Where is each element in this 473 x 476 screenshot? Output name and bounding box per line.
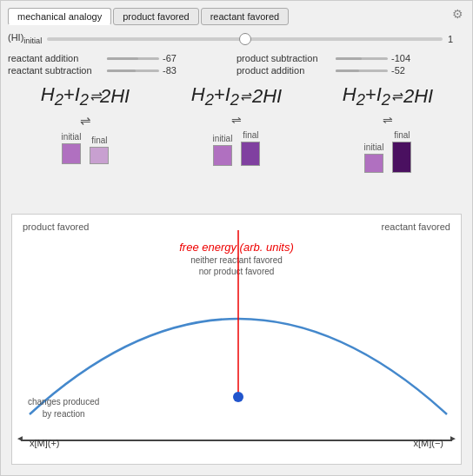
graph-svg [12,215,461,464]
reaction-2-boxes: initial final [213,130,261,166]
tab-bar: mechanical analogy product favored react… [8,8,289,25]
changes-produced-label: changes producedby reaction [28,396,99,420]
params-grid: reactant addition -67 product subtractio… [8,53,465,76]
reaction-block-1: H2+I2 ⇌ 2HI ⇌ initial final [16,83,155,164]
reaction-3-initial-col: initial [364,142,384,173]
param-product-addition: product addition -52 [236,65,465,76]
tab-reactant-favored[interactable]: reactant favored [201,8,290,25]
initial-slider-value: 1 [448,34,465,44]
gear-button[interactable]: ⚙ [450,6,465,22]
param-slider-reactant-subtraction[interactable] [107,69,159,72]
initial-slider-track [47,37,443,41]
reaction-3-boxes: initial final [364,130,412,173]
reaction-1-initial-col: initial [62,132,82,164]
reaction-3-final-col: final [392,130,411,173]
x-right-label: x[M](−) [413,438,443,448]
reaction-1-final-col: final [90,136,109,164]
reaction-eq-2: H2+I2 ⇌ 2HI [191,83,283,109]
reaction-eq-3: H2+I2 ⇌ 2HI [343,83,434,109]
initial-slider-label: (HI)initial [8,32,42,45]
reaction-2-initial-box [213,145,232,166]
tab-product-favored[interactable]: product favored [113,8,198,25]
main-container: ⚙ mechanical analogy product favored rea… [0,0,473,476]
gear-icon: ⚙ [452,7,463,21]
reaction-1-final-box [90,147,109,164]
reaction-eq-1: H2+I2 ⇌ 2HI [41,83,130,109]
param-slider-reactant-addition[interactable] [107,57,159,60]
initial-slider-row: (HI)initial 1 [8,32,465,45]
tab-mechanical-analogy[interactable]: mechanical analogy [8,8,111,25]
param-slider-product-subtraction[interactable] [336,57,388,60]
param-val-reactant-subtraction: -83 [163,65,189,76]
param-label-reactant-addition: reactant addition [8,53,103,63]
reactions-row: H2+I2 ⇌ 2HI ⇌ initial final [1,83,472,173]
param-label-product-addition: product addition [236,65,332,76]
x-axis-labels: x[M](+) x[M](−) [12,438,461,448]
reaction-block-3: H2+I2 ⇌ 2HI ⇌ initial final [318,83,457,173]
reaction-3-initial-box [364,154,383,173]
reaction-2-final-box [241,142,260,166]
reaction-2-final-col: final [241,130,260,166]
graph-area: product favored reactant favored free en… [11,214,462,465]
param-label-reactant-subtraction: reactant subtraction [8,65,103,76]
x-left-label: x[M](+) [30,438,60,448]
initial-slider-thumb[interactable] [239,33,251,45]
reaction-3-final-box [392,142,411,173]
param-reactant-addition: reactant addition -67 [8,53,236,63]
reaction-2-initial-col: initial [213,134,233,166]
param-slider-product-addition[interactable] [336,69,388,72]
reaction-1-initial-box [62,143,81,164]
reaction-block-2: H2+I2 ⇌ 2HI ⇌ initial final [167,83,306,166]
center-dot [233,392,243,402]
param-val-reactant-addition: -67 [163,53,189,63]
param-val-product-subtraction: -104 [391,53,417,63]
param-reactant-subtraction: reactant subtraction -83 [8,65,236,76]
param-label-product-subtraction: product subtraction [236,53,332,63]
param-val-product-addition: -52 [391,65,417,76]
reaction-1-boxes: initial final [62,132,110,164]
param-product-subtraction: product subtraction -104 [236,53,465,63]
